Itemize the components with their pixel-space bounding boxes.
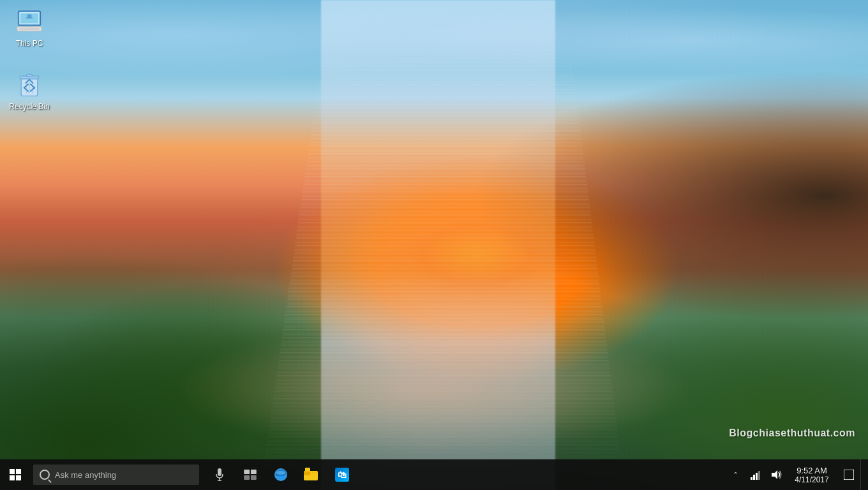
recycle-bin-label: Recycle Bin — [9, 102, 49, 112]
svg-point-23 — [276, 471, 285, 475]
mist-decoration — [174, 324, 694, 452]
search-placeholder: Ask me anything — [55, 470, 116, 480]
this-pc-icon — [14, 6, 45, 36]
taskbar-file-explorer-button[interactable] — [296, 459, 327, 490]
search-bar[interactable]: Ask me anything — [33, 464, 199, 485]
clock-button[interactable]: 9:52 AM 4/11/2017 — [786, 459, 837, 490]
tray-network-button[interactable] — [745, 459, 766, 490]
taskbar: Ask me anything — [0, 459, 868, 490]
action-center-button[interactable] — [837, 459, 860, 490]
store-icon: 🛍 — [335, 468, 349, 482]
svg-rect-7 — [27, 15, 32, 18]
clock-time: 9:52 AM — [797, 466, 827, 475]
svg-rect-18 — [244, 470, 250, 474]
desktop-icon-this-pc[interactable]: This PC — [5, 3, 54, 52]
chevron-up-icon: ⌃ — [733, 471, 738, 479]
task-view-icon — [244, 470, 257, 480]
desktop: Blogchiasethuthuat.com This PC — [0, 0, 868, 490]
svg-rect-11 — [26, 74, 32, 77]
windows-logo-icon — [10, 469, 21, 480]
clock-date: 4/11/2017 — [795, 475, 828, 484]
network-icon — [751, 470, 761, 480]
taskbar-edge-button[interactable] — [266, 459, 296, 490]
watermark: Blogchiasethuthuat.com — [729, 427, 855, 439]
tray-volume-button[interactable] — [766, 459, 786, 490]
svg-rect-31 — [756, 473, 758, 480]
this-pc-svg — [16, 10, 43, 33]
recycle-bin-icon — [14, 69, 45, 100]
svg-rect-15 — [218, 468, 221, 476]
svg-rect-32 — [758, 471, 760, 480]
svg-rect-34 — [844, 470, 854, 480]
svg-rect-8 — [26, 18, 33, 19]
svg-rect-21 — [251, 475, 257, 480]
notification-icon — [844, 470, 854, 480]
file-explorer-icon — [304, 468, 319, 482]
taskbar-store-button[interactable]: 🛍 — [327, 459, 357, 490]
svg-marker-33 — [772, 470, 777, 479]
start-button[interactable] — [0, 459, 31, 490]
mic-icon — [215, 468, 224, 481]
recycle-bin-svg — [17, 70, 41, 98]
cortana-mic-button[interactable] — [204, 459, 235, 490]
tray-overflow-button[interactable]: ⌃ — [725, 459, 745, 490]
svg-rect-20 — [244, 475, 250, 480]
volume-icon — [770, 470, 782, 480]
svg-rect-19 — [251, 470, 257, 474]
svg-rect-26 — [305, 468, 310, 471]
edge-icon — [273, 467, 288, 482]
system-tray: ⌃ 9:52 AM — [722, 459, 868, 490]
desktop-icon-recycle-bin[interactable]: Recycle Bin — [5, 66, 54, 115]
show-desktop-button[interactable] — [860, 459, 865, 490]
svg-rect-30 — [753, 475, 755, 480]
this-pc-label: This PC — [16, 39, 43, 49]
taskbar-quick-buttons — [204, 459, 266, 490]
cortana-circle-icon — [40, 470, 50, 480]
svg-rect-6 — [19, 28, 40, 31]
task-view-button[interactable] — [235, 459, 266, 490]
svg-rect-29 — [751, 477, 752, 480]
svg-text:🛍: 🛍 — [338, 470, 347, 480]
